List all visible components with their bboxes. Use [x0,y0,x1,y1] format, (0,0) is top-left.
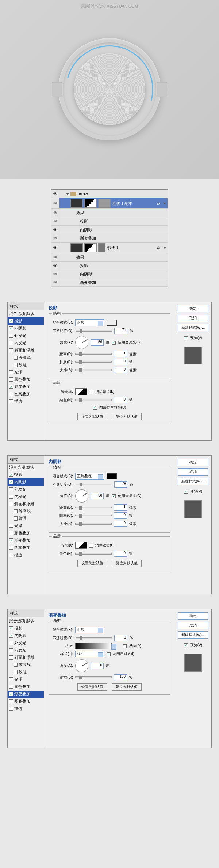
style-gradientoverlay[interactable]: 渐变叠加 [8,537,44,544]
effects-row[interactable]: 👁效果 [51,253,168,262]
effect-item[interactable]: 👁投影 [51,217,168,226]
layer-group-row[interactable]: 👁 arrow [51,190,168,198]
chevron-down-icon[interactable] [163,203,166,204]
gradient-style-select[interactable]: 线性 [75,651,104,657]
style-innershadow[interactable]: 内阴影 [8,325,44,332]
style-contour[interactable]: 等高线 [8,661,44,669]
checkbox-icon[interactable] [9,677,13,681]
noise-slider[interactable] [75,553,112,555]
size-slider[interactable] [75,369,112,371]
effect-item[interactable]: 👁内阴影 [51,270,168,278]
angle-input[interactable]: 0 [91,663,104,669]
global-light-check[interactable] [112,494,116,498]
checkbox-icon[interactable] [9,495,13,499]
effect-item[interactable]: 👁渐变叠加 [51,278,168,287]
checkbox-icon[interactable] [9,487,13,491]
contour-picker[interactable] [75,542,87,549]
fx-badge[interactable]: fx [157,201,162,206]
visibility-icon[interactable]: 👁 [51,226,59,234]
opacity-slider[interactable] [76,484,112,485]
new-style-button[interactable]: 新建样式(W)... [178,478,208,485]
set-default-button[interactable]: 设置为默认值 [77,683,107,691]
preview-check[interactable] [184,490,188,494]
checkbox-icon[interactable] [14,516,18,521]
distance-slider[interactable] [75,507,112,508]
opacity-input[interactable]: 71 [114,328,127,334]
checkbox-icon[interactable] [9,699,13,703]
layer-row[interactable]: 👁 形状 1 fx [51,243,168,253]
color-swatch[interactable] [107,320,117,326]
noise-slider[interactable] [75,399,112,401]
checkbox-icon[interactable] [9,480,13,484]
visibility-icon[interactable]: 👁 [51,199,59,207]
visibility-icon[interactable]: 👁 [51,244,59,252]
cancel-button[interactable]: 取消 [178,315,208,322]
checkbox-icon[interactable] [14,509,18,513]
effects-row[interactable]: 👁效果 [51,209,168,217]
style-dropshadow[interactable]: 投影 [8,625,44,632]
visibility-icon[interactable]: 👁 [51,209,59,217]
visibility-icon[interactable]: 👁 [51,253,59,261]
checkbox-icon[interactable] [9,648,13,652]
style-innerglow[interactable]: 内发光 [8,647,44,654]
antialias-check[interactable] [89,544,93,548]
checkbox-icon[interactable] [14,363,18,367]
reset-default-button[interactable]: 复位为默认值 [112,413,142,420]
style-coloroverlay[interactable]: 颜色叠加 [8,530,44,537]
layer-row[interactable]: 👁 形状 1 副本 fx [51,198,168,209]
noise-input[interactable]: 0 [114,397,127,403]
set-default-button[interactable]: 设置为默认值 [77,560,107,567]
blend-mode-select[interactable]: 正片叠底 [75,473,104,480]
checkbox-icon[interactable] [9,502,13,506]
visibility-icon[interactable]: 👁 [51,217,59,225]
distance-input[interactable]: 1 [114,504,127,511]
checkbox-icon[interactable] [9,473,13,477]
checkbox-icon[interactable] [9,655,13,660]
reset-default-button[interactable]: 复位为默认值 [112,683,142,691]
style-blending[interactable]: 混合选项:默认 [8,464,44,471]
distance-input[interactable]: 1 [114,351,127,357]
set-default-button[interactable]: 设置为默认值 [77,413,107,420]
angle-dial[interactable] [75,336,88,349]
contour-picker[interactable] [75,388,87,395]
style-satin[interactable]: 光泽 [8,522,44,530]
style-patternoverlay[interactable]: 图案叠加 [8,544,44,552]
checkbox-icon[interactable] [9,341,13,345]
opacity-slider[interactable] [76,330,112,332]
knockout-check[interactable] [93,406,97,410]
chevron-down-icon[interactable] [163,247,166,249]
distance-slider[interactable] [75,353,112,355]
checkbox-icon[interactable] [9,546,13,550]
opacity-input[interactable]: 78 [114,481,127,488]
style-gradientoverlay[interactable]: 渐变叠加 [8,691,44,698]
style-satin[interactable]: 光泽 [8,369,44,376]
checkbox-icon[interactable] [9,326,13,330]
size-input[interactable]: 0 [114,521,127,527]
noise-input[interactable]: 0 [114,551,127,557]
ok-button[interactable]: 确定 [178,612,208,620]
checkbox-icon[interactable] [9,538,13,542]
style-satin[interactable]: 光泽 [8,676,44,683]
checkbox-icon[interactable] [9,524,13,528]
style-patternoverlay[interactable]: 图案叠加 [8,698,44,705]
antialias-check[interactable] [89,390,93,394]
checkbox-icon[interactable] [9,370,13,374]
style-stroke[interactable]: 描边 [8,398,44,405]
visibility-icon[interactable]: 👁 [51,190,59,198]
new-style-button[interactable]: 新建样式(W)... [178,631,208,639]
preview-check[interactable] [184,643,188,647]
preview-check[interactable] [184,336,188,340]
effect-item[interactable]: 👁内阴影 [51,226,168,234]
style-texture[interactable]: 纹理 [8,669,44,676]
checkbox-icon[interactable] [9,692,13,696]
ok-button[interactable]: 确定 [178,459,208,466]
checkbox-icon[interactable] [9,626,13,630]
style-stroke[interactable]: 描边 [8,552,44,559]
checkbox-icon[interactable] [9,641,13,645]
style-outerglow[interactable]: 外发光 [8,332,44,339]
new-style-button[interactable]: 新建样式(W)... [178,324,208,331]
size-slider[interactable] [75,523,112,525]
checkbox-icon[interactable] [9,319,13,323]
effect-item[interactable]: 👁渐变叠加 [51,234,168,243]
scale-slider[interactable] [75,676,112,678]
